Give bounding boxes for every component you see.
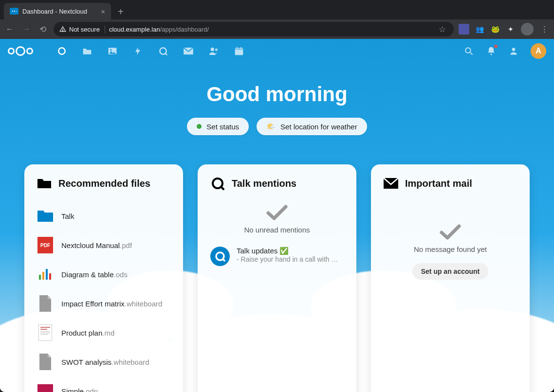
svg-line-14: [470, 53, 473, 55]
file-name: Diagram & table.ods: [61, 270, 128, 279]
extension-3-icon[interactable]: 🐸: [490, 24, 500, 35]
file-type-icon: [37, 295, 54, 312]
talk-item-subtitle: - Raise your hand in a call with …: [237, 255, 338, 263]
greeting-title: Good morning: [0, 83, 554, 106]
address-bar[interactable]: Not secure cloud.example.lan/apps/dashbo…: [54, 22, 454, 36]
nav-files-icon[interactable]: [82, 46, 92, 56]
svg-point-16: [512, 48, 516, 51]
extension-2-icon[interactable]: 👥: [474, 24, 485, 35]
widget-important-mail: Important mail No message found yet Set …: [371, 164, 530, 392]
file-type-icon: [37, 324, 54, 341]
online-dot-icon: [197, 124, 202, 129]
svg-rect-19: [46, 269, 48, 280]
file-type-icon: [37, 208, 54, 224]
file-type-icon: [37, 266, 54, 283]
file-type-icon: [37, 354, 54, 370]
nav-contacts-icon[interactable]: [208, 46, 219, 56]
svg-point-7: [211, 48, 214, 51]
widget-title: Recommended files: [58, 178, 150, 189]
file-row[interactable]: Diagram & table.ods: [37, 260, 170, 289]
talk-item-icon: [210, 247, 230, 266]
set-status-button[interactable]: Set status: [187, 118, 249, 135]
set-weather-location-button[interactable]: 🌤️ Set location for weather: [257, 118, 367, 135]
svg-point-4: [110, 49, 111, 51]
file-name: Simple.odp: [61, 387, 98, 392]
file-type-icon: PDF: [37, 237, 54, 253]
not-secure-badge[interactable]: Not secure: [59, 26, 105, 33]
nav-dashboard-icon[interactable]: [56, 46, 67, 56]
svg-rect-17: [39, 275, 41, 280]
nav-mail-icon[interactable]: [183, 46, 194, 56]
widget-recommended-files: Recommended files TalkPDFNextcloud Manua…: [24, 164, 183, 392]
talk-icon: [210, 177, 225, 190]
new-tab-button[interactable]: +: [114, 4, 128, 19]
browser-menu-icon[interactable]: ⋮: [538, 24, 550, 35]
mail-empty-text: No message found yet: [384, 245, 517, 253]
nav-calendar-icon[interactable]: [234, 46, 244, 56]
file-name: Impact Effort matrix.whiteboard: [61, 300, 162, 308]
widget-title: Important mail: [405, 178, 472, 189]
nav-photos-icon[interactable]: [107, 46, 118, 56]
app-nav: [56, 46, 244, 56]
talk-update-item[interactable]: Talk updates ✅ - Raise your hand in a ca…: [210, 244, 344, 269]
nextcloud-favicon-icon: [10, 8, 18, 15]
browser-toolbar: ← → ⟲ Not secure cloud.example.lan/apps/…: [0, 19, 554, 39]
widget-talk-mentions: Talk mentions No unread mentions Talk up…: [198, 164, 356, 392]
app-top-bar: A: [0, 39, 554, 63]
tab-title: Dashboard - Nextcloud: [22, 8, 87, 15]
talk-empty-text: No unread mentions: [210, 226, 344, 234]
file-name: SWOT analysis.whiteboard: [61, 358, 149, 366]
nextcloud-logo-icon[interactable]: [8, 46, 33, 56]
browser-tab-active[interactable]: Dashboard - Nextcloud ×: [4, 3, 111, 19]
file-name: Talk: [61, 212, 74, 220]
search-icon[interactable]: [463, 46, 474, 56]
file-row[interactable]: Product plan.md: [37, 318, 170, 347]
folder-icon: [37, 177, 52, 190]
svg-rect-18: [42, 272, 44, 280]
svg-rect-10: [235, 48, 243, 50]
file-type-icon: [37, 383, 54, 392]
svg-point-8: [215, 49, 218, 51]
reload-icon[interactable]: ⟲: [37, 24, 49, 35]
back-icon[interactable]: ←: [4, 24, 16, 34]
browser-profile-icon[interactable]: [521, 23, 534, 36]
mail-icon: [384, 177, 398, 190]
bookmark-star-icon[interactable]: ☆: [436, 24, 448, 35]
browser-tabbar: Dashboard - Nextcloud × +: [0, 0, 554, 19]
widget-title: Talk mentions: [232, 178, 296, 189]
svg-point-15: [490, 53, 492, 55]
extension-1-icon[interactable]: [459, 24, 469, 35]
nav-activity-icon[interactable]: [132, 46, 143, 56]
user-avatar[interactable]: A: [531, 43, 546, 59]
setup-account-button[interactable]: Set up an account: [412, 263, 489, 280]
file-row[interactable]: Talk: [37, 201, 170, 231]
notifications-icon[interactable]: [486, 46, 497, 56]
file-name: Nextcloud Manual.pdf: [61, 241, 132, 249]
svg-point-13: [465, 48, 471, 53]
svg-rect-20: [49, 273, 51, 280]
file-row[interactable]: SWOT analysis.whiteboard: [37, 347, 170, 376]
contacts-menu-icon[interactable]: [508, 46, 519, 56]
talk-item-title: Talk updates ✅: [237, 247, 338, 255]
svg-point-2: [58, 48, 65, 54]
weather-icon: 🌤️: [266, 122, 276, 131]
close-tab-icon[interactable]: ×: [101, 7, 105, 16]
file-name: Product plan.md: [61, 329, 114, 337]
file-row[interactable]: Impact Effort matrix.whiteboard: [37, 289, 170, 318]
warning-icon: [59, 26, 66, 33]
nav-talk-icon[interactable]: [158, 46, 168, 56]
extensions-puzzle-icon[interactable]: ✦: [505, 24, 516, 35]
check-icon: [266, 204, 288, 221]
url-text: cloud.example.lan/apps/dashboard/: [109, 26, 209, 33]
forward-icon: →: [20, 24, 32, 34]
svg-point-1: [62, 30, 63, 31]
file-row[interactable]: Simple.odp: [37, 376, 170, 392]
check-icon: [440, 224, 461, 240]
file-row[interactable]: PDFNextcloud Manual.pdf: [37, 231, 170, 260]
